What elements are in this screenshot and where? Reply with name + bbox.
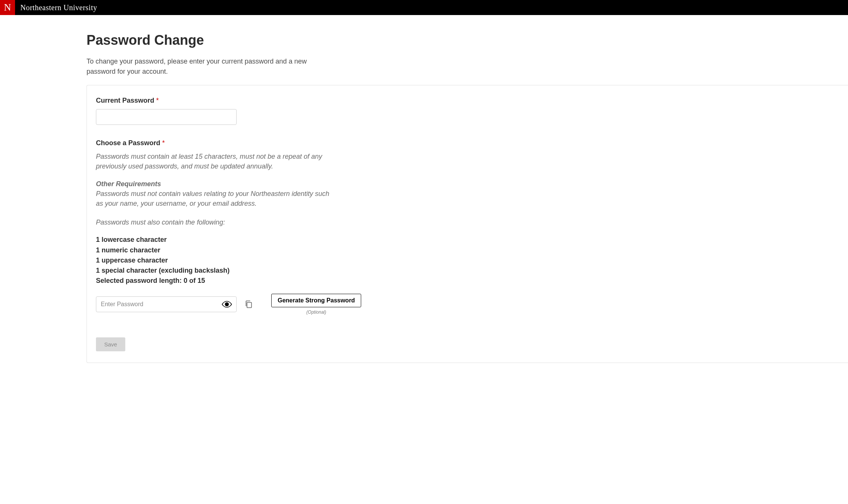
brand-logo: N: [0, 0, 15, 15]
top-bar: N Northeastern University: [0, 0, 848, 15]
new-password-input[interactable]: [96, 296, 237, 312]
choose-password-label-text: Choose a Password: [96, 139, 160, 147]
optional-hint: (Optional): [306, 310, 326, 315]
other-requirements-heading: Other Requirements: [96, 180, 839, 188]
requirement-item: 1 lowercase character: [96, 235, 839, 244]
copy-icon: [245, 300, 252, 308]
generate-wrap: Generate Strong Password (Optional): [271, 294, 361, 315]
generate-password-button[interactable]: Generate Strong Password: [271, 294, 361, 307]
brand-name: Northeastern University: [20, 3, 97, 12]
current-password-input[interactable]: [96, 109, 237, 125]
new-password-row: Generate Strong Password (Optional): [96, 294, 839, 315]
requirement-item: Selected password length: 0 of 15: [96, 276, 839, 285]
new-password-wrap: [96, 296, 237, 312]
copy-password-button[interactable]: [243, 298, 255, 311]
brand-logo-letter: N: [4, 2, 11, 13]
rule-identity: Passwords must not contain values relati…: [96, 189, 337, 208]
choose-password-label: Choose a Password *: [96, 139, 839, 147]
svg-rect-1: [247, 302, 252, 308]
page-title: Password Change: [87, 32, 848, 48]
requirement-item: 1 special character (excluding backslash…: [96, 266, 839, 275]
requirement-item: 1 numeric character: [96, 245, 839, 255]
toggle-visibility-button[interactable]: [220, 299, 234, 310]
requirements-list: 1 lowercase character 1 numeric characte…: [96, 235, 839, 285]
eye-icon: [222, 301, 232, 308]
save-button[interactable]: Save: [96, 337, 125, 351]
requirement-item: 1 uppercase character: [96, 255, 839, 265]
rule-contain-heading: Passwords must also contain the followin…: [96, 217, 337, 227]
svg-point-0: [225, 302, 229, 306]
rule-primary: Passwords must contain at least 15 chara…: [96, 152, 337, 171]
intro-text: To change your password, please enter yo…: [87, 56, 335, 77]
required-star: *: [156, 97, 159, 104]
password-form: Current Password * Choose a Password * P…: [87, 85, 848, 363]
current-password-label: Current Password *: [96, 97, 839, 105]
main-content: Password Change To change your password,…: [87, 15, 848, 363]
required-star: *: [162, 139, 165, 147]
current-password-label-text: Current Password: [96, 97, 154, 104]
